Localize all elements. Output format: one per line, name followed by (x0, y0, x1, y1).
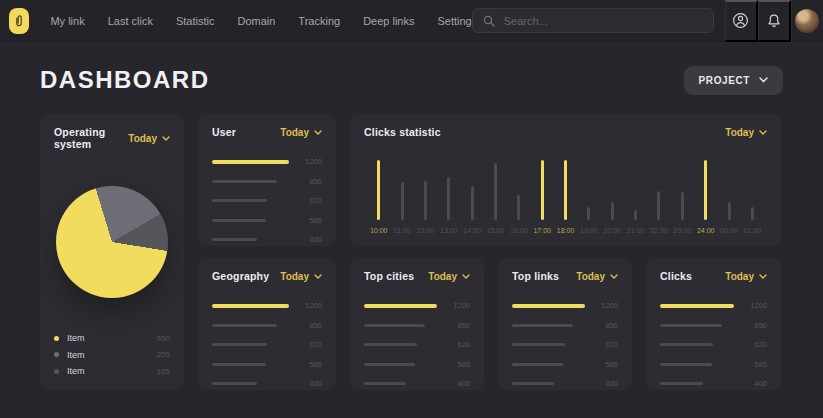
bar-track (212, 362, 289, 366)
bar-row: 620 (212, 196, 322, 205)
nav-link-last-click[interactable]: Last click (108, 15, 153, 27)
bar-track (751, 160, 754, 220)
bar-column: 17:00 (531, 160, 554, 234)
bar-track (212, 199, 289, 203)
bar-value: 850 (742, 321, 767, 330)
bar-row: 400 (660, 379, 767, 388)
bar-track (657, 160, 660, 220)
bar-track (512, 343, 585, 347)
bar (377, 160, 380, 220)
bar-track (494, 160, 497, 220)
bar-value: 850 (297, 177, 322, 186)
bar (212, 324, 277, 327)
bar (212, 160, 289, 164)
bar-row: 850 (212, 177, 322, 186)
bar-track (212, 179, 289, 183)
column-chart: 10:00 11:00 12:00 13:00 (364, 150, 767, 234)
bar-column: 10:00 (367, 160, 390, 234)
bar-track (660, 304, 734, 308)
chevron-down-icon (162, 136, 170, 141)
period-dropdown[interactable]: Today (280, 271, 322, 282)
avatar-cell (791, 0, 823, 42)
page-header: DASHBOARD PROJECT (0, 42, 823, 114)
bar-value: 585 (593, 360, 618, 369)
bar (447, 177, 450, 220)
card-top-cities: Top cities Today 1200 850 (350, 258, 484, 390)
user-circle-button[interactable] (725, 0, 758, 42)
bar (512, 324, 573, 327)
bar-column: 24:00 (694, 160, 717, 234)
bar-label: 23:00 (674, 227, 692, 234)
bar-row: 620 (212, 340, 322, 349)
bar (424, 181, 427, 220)
nav-link-statistic[interactable]: Statistic (176, 15, 215, 27)
period-dropdown[interactable]: Today (725, 127, 767, 138)
bar-row: 585 (212, 360, 322, 369)
bar-value: 400 (297, 235, 322, 244)
nav-link-setting[interactable]: Setting (437, 15, 471, 27)
nav-link-tracking[interactable]: Tracking (298, 15, 340, 27)
bar-label: 16:00 (510, 227, 528, 234)
chevron-down-icon (314, 130, 322, 135)
bar-value: 620 (742, 340, 767, 349)
bar-label: 15:00 (487, 227, 505, 234)
bar-label: 18:00 (557, 227, 575, 234)
bar-track (364, 323, 437, 327)
bar-column: 18:00 (554, 160, 577, 234)
bar (364, 382, 406, 385)
bar-value: 850 (297, 321, 322, 330)
notifications-button[interactable] (758, 0, 791, 42)
bar-label: 10:00 (370, 227, 388, 234)
card-title: Top cities (364, 270, 414, 282)
bar-value: 585 (742, 360, 767, 369)
card-top-links: Top links Today 1200 850 (498, 258, 632, 390)
nav-link-deep-links[interactable]: Deep links (363, 15, 414, 27)
legend-item: Item 205 (54, 350, 170, 360)
bar-track (660, 343, 734, 347)
period-dropdown[interactable]: Today (576, 271, 618, 282)
search-box[interactable] (472, 8, 714, 33)
bar-value: 1200 (742, 301, 767, 310)
bar-track (681, 160, 684, 220)
project-dropdown[interactable]: PROJECT (684, 66, 783, 95)
bar-track (212, 343, 289, 347)
card-user: User Today 1200 850 (198, 114, 336, 246)
bar-track (660, 323, 734, 327)
bar-row: 620 (512, 340, 618, 349)
bar-value: 620 (297, 340, 322, 349)
bar-row: 400 (512, 379, 618, 388)
bar (212, 343, 267, 346)
bar-value: 620 (297, 196, 322, 205)
bar (212, 238, 257, 241)
bar-track (660, 362, 734, 366)
legend-label: Item (67, 350, 85, 360)
pie-legend: Item 650 Item 205 Item 105 (54, 333, 170, 378)
bar-row: 850 (660, 321, 767, 330)
bar-value: 850 (593, 321, 618, 330)
legend-dot (54, 336, 59, 341)
avatar[interactable] (795, 9, 819, 33)
nav-link-my-link[interactable]: My link (50, 15, 84, 27)
period-dropdown[interactable]: Today (128, 133, 170, 144)
bar-column: 20:00 (601, 160, 624, 234)
search-input[interactable] (502, 14, 703, 28)
legend-value: 650 (157, 334, 170, 343)
bar-row: 620 (660, 340, 767, 349)
bar-column: 15:00 (484, 160, 507, 234)
app-logo[interactable] (9, 8, 29, 34)
bar-track (212, 382, 289, 386)
bar (364, 304, 437, 308)
nav-link-domain[interactable]: Domain (237, 15, 275, 27)
bar-value: 850 (445, 321, 470, 330)
bar (611, 202, 614, 220)
bar (517, 195, 520, 220)
bar-chart: 1200 850 620 585 (512, 301, 618, 390)
period-dropdown[interactable]: Today (725, 271, 767, 282)
bar-value: 400 (742, 379, 767, 388)
period-dropdown[interactable]: Today (428, 271, 470, 282)
bar-column: 14:00 (460, 160, 483, 234)
legend-value: 205 (157, 350, 170, 359)
card-clicks: Clicks Today 1200 850 (646, 258, 781, 390)
period-dropdown[interactable]: Today (280, 127, 322, 138)
bar (660, 363, 712, 366)
